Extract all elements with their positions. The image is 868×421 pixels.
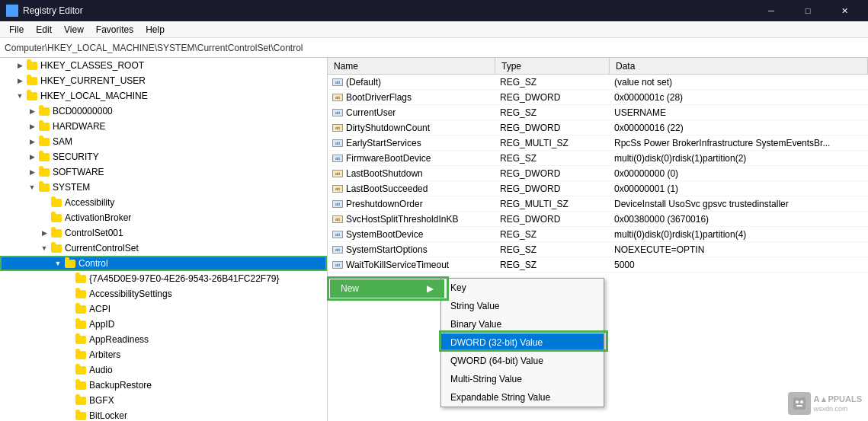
svg-rect-1 bbox=[13, 6, 17, 10]
data-row[interactable]: ab (Default) REG_SZ (value not set) bbox=[328, 75, 868, 90]
cell-type: REG_DWORD bbox=[495, 123, 610, 133]
expander-icon: ▶ bbox=[62, 349, 75, 361]
tree-item-currentcontrolset[interactable]: ▼ CurrentControlSet bbox=[0, 241, 327, 256]
cell-type: REG_SZ bbox=[495, 107, 610, 118]
expander-icon: ▶ bbox=[38, 212, 50, 224]
submenu-item-multi-string[interactable]: Multi-String Value bbox=[441, 370, 604, 388]
cell-data: 5000 bbox=[610, 260, 868, 270]
folder-icon bbox=[75, 303, 87, 315]
menu-file[interactable]: File bbox=[3, 21, 30, 38]
tree-label: HKEY_CURRENT_USER bbox=[40, 75, 146, 86]
tree-label: SAM bbox=[53, 136, 72, 147]
submenu-item-binary-value[interactable]: Binary Value bbox=[441, 315, 604, 333]
folder-icon bbox=[75, 379, 87, 391]
cell-name: ab BootDriverFlags bbox=[328, 92, 495, 103]
tree-item-hkey-local-machine[interactable]: ▼ HKEY_LOCAL_MACHINE bbox=[0, 88, 327, 104]
tree-item-control[interactable]: ▼ Control bbox=[0, 256, 327, 271]
folder-icon bbox=[38, 120, 50, 132]
data-row[interactable]: ab PreshutdownOrder REG_MULTI_SZ DeviceI… bbox=[328, 196, 868, 212]
column-headers: Name Type Data bbox=[328, 58, 868, 75]
cell-name: ab EarlyStartServices bbox=[328, 138, 495, 148]
svg-point-6 bbox=[800, 400, 803, 403]
tree-item-audio[interactable]: ▶ Audio bbox=[0, 362, 327, 378]
tree-item-hkey-classes-root[interactable]: ▶ HKEY_CLASSES_ROOT bbox=[0, 58, 327, 73]
expander-icon: ▶ bbox=[62, 333, 75, 346]
tree-label: Audio bbox=[89, 365, 113, 375]
data-row[interactable]: ab SystemStartOptions REG_SZ NOEXECUTE=O… bbox=[328, 242, 868, 257]
cell-data: 0x00000000 (0) bbox=[610, 168, 868, 179]
cell-name: ab LastBootShutdown bbox=[328, 168, 495, 179]
tree-item-bitlocker[interactable]: ▶ BitLocker bbox=[0, 408, 327, 421]
data-row[interactable]: ab SvcHostSplitThresholdInKB REG_DWORD 0… bbox=[328, 212, 868, 227]
tree-item-accessibility[interactable]: ▶ Accessibility bbox=[0, 195, 327, 210]
tree-item-acpi[interactable]: ▶ ACPI bbox=[0, 301, 327, 317]
submenu-item-key[interactable]: Key bbox=[441, 279, 604, 297]
tree-item-software[interactable]: ▶ SOFTWARE bbox=[0, 164, 327, 180]
expander-icon: ▶ bbox=[26, 151, 38, 163]
menu-favorites[interactable]: Favorites bbox=[90, 21, 139, 38]
data-row[interactable]: ab DirtyShutdownCount REG_DWORD 0x000000… bbox=[328, 120, 868, 136]
tree-item-bcd[interactable]: ▶ BCD00000000 bbox=[0, 104, 327, 119]
tree-scroll[interactable]: ▶ HKEY_CLASSES_ROOT ▶ HKEY_CURRENT_USER … bbox=[0, 58, 327, 421]
data-row[interactable]: ab FirmwareBootDevice REG_SZ multi(0)dis… bbox=[328, 151, 868, 166]
tree-item-sam[interactable]: ▶ SAM bbox=[0, 134, 327, 149]
data-row[interactable]: ab LastBootSucceeded REG_DWORD 0x0000000… bbox=[328, 181, 868, 196]
close-button[interactable]: ✕ bbox=[827, 0, 862, 21]
svg-point-5 bbox=[796, 400, 799, 403]
reg-icon: ab bbox=[332, 124, 343, 132]
expander-icon: ▶ bbox=[62, 364, 75, 376]
folder-icon bbox=[75, 410, 87, 421]
menu-help[interactable]: Help bbox=[139, 21, 171, 38]
tree-item-activationbroker[interactable]: ▶ ActivationBroker bbox=[0, 210, 327, 225]
tree-item-controlset001[interactable]: ▶ ControlSet001 bbox=[0, 225, 327, 241]
maximize-button[interactable]: □ bbox=[790, 0, 825, 21]
data-row[interactable]: ab CurrentUser REG_SZ USERNAME bbox=[328, 105, 868, 120]
tree-item-system[interactable]: ▼ SYSTEM bbox=[0, 180, 327, 195]
expander-icon: ▶ bbox=[14, 75, 26, 87]
submenu-item-qword[interactable]: QWORD (64-bit) Value bbox=[441, 352, 604, 370]
cell-data: 0x00380000 (3670016) bbox=[610, 214, 868, 225]
tree-item-accessibilitysettings[interactable]: ▶ AccessibilitySettings bbox=[0, 286, 327, 301]
cell-type: REG_MULTI_SZ bbox=[495, 199, 610, 209]
tree-item-hkey-current-user[interactable]: ▶ HKEY_CURRENT_USER bbox=[0, 73, 327, 88]
tree-item-guid[interactable]: ▶ {7A45D0E9-97E0-4E26-9543-26B41FC22F79} bbox=[0, 271, 327, 286]
data-row[interactable]: ab LastBootShutdown REG_DWORD 0x00000000… bbox=[328, 166, 868, 181]
cell-data: 0x00000016 (22) bbox=[610, 123, 868, 133]
tree-item-bgfx[interactable]: ▶ BGFX bbox=[0, 393, 327, 408]
data-row[interactable]: ab EarlyStartServices REG_MULTI_SZ RpcSs… bbox=[328, 136, 868, 151]
cell-name: ab (Default) bbox=[328, 77, 495, 88]
tree-label: ACPI bbox=[89, 304, 111, 314]
tree-item-hardware[interactable]: ▶ HARDWARE bbox=[0, 119, 327, 134]
svg-rect-7 bbox=[796, 405, 802, 407]
expander-icon: ▶ bbox=[14, 59, 26, 72]
folder-icon bbox=[75, 394, 87, 407]
tree-item-arbiters[interactable]: ▶ Arbiters bbox=[0, 347, 327, 362]
data-row[interactable]: ab BootDriverFlags REG_DWORD 0x0000001c … bbox=[328, 90, 868, 105]
submenu-item-string-value[interactable]: String Value bbox=[441, 297, 604, 315]
menu-edit[interactable]: Edit bbox=[30, 21, 58, 38]
tree-panel: ▶ HKEY_CLASSES_ROOT ▶ HKEY_CURRENT_USER … bbox=[0, 58, 328, 421]
main-content: ▶ HKEY_CLASSES_ROOT ▶ HKEY_CURRENT_USER … bbox=[0, 58, 868, 421]
submenu-item-expandable-string[interactable]: Expandable String Value bbox=[441, 388, 604, 407]
expander-icon: ▼ bbox=[52, 257, 64, 270]
data-row[interactable]: ab WaitToKillServiceTimeout REG_SZ 5000 bbox=[328, 257, 868, 273]
folder-icon bbox=[26, 75, 38, 87]
tree-label: BGFX bbox=[89, 395, 114, 406]
submenu-item-dword[interactable]: DWORD (32-bit) Value bbox=[441, 333, 604, 352]
tree-item-appid[interactable]: ▶ AppID bbox=[0, 317, 327, 332]
menu-view[interactable]: View bbox=[58, 21, 90, 38]
tree-item-backuprestore[interactable]: ▶ BackupRestore bbox=[0, 378, 327, 393]
svg-rect-8 bbox=[798, 396, 801, 398]
cell-type: REG_MULTI_SZ bbox=[495, 138, 610, 148]
cell-name: ab SystemBootDevice bbox=[328, 229, 495, 240]
cell-data: 0x00000001 (1) bbox=[610, 183, 868, 194]
folder-icon bbox=[38, 181, 50, 193]
folder-icon bbox=[64, 257, 76, 270]
tree-label: BCD00000000 bbox=[53, 106, 113, 116]
tree-item-appreadiness[interactable]: ▶ AppReadiness bbox=[0, 332, 327, 347]
tree-item-security[interactable]: ▶ SECURITY bbox=[0, 149, 327, 164]
new-context-menu-item[interactable]: New ▶ bbox=[330, 279, 444, 298]
submenu-arrow: ▶ bbox=[427, 283, 434, 294]
minimize-button[interactable]: ─ bbox=[754, 0, 789, 21]
data-row[interactable]: ab SystemBootDevice REG_SZ multi(0)disk(… bbox=[328, 227, 868, 242]
